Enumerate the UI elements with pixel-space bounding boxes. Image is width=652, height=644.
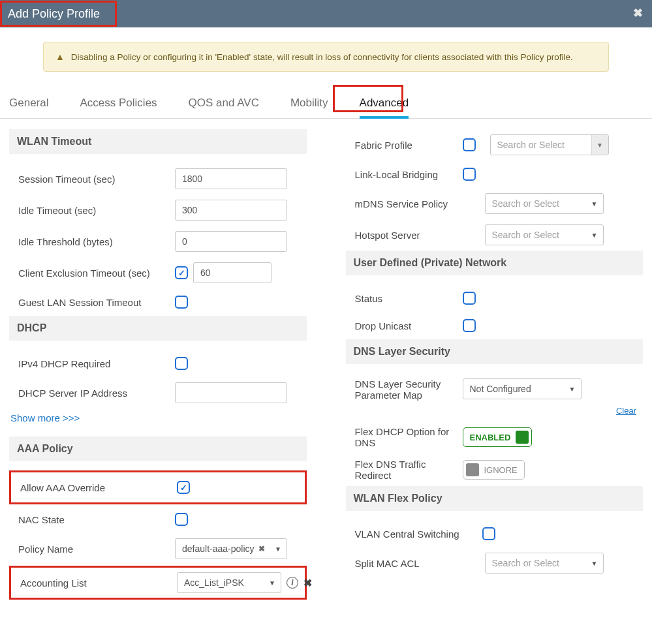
label-vlan-central-switching: VLAN Central Switching bbox=[355, 529, 482, 540]
label-split-mac-acl: Split MAC ACL bbox=[355, 558, 463, 569]
warning-text: Disabling a Policy or configuring it in … bbox=[71, 52, 573, 62]
label-drop-unicast: Drop Unicast bbox=[355, 320, 463, 331]
checkbox-udn-status[interactable] bbox=[463, 292, 476, 305]
left-column: WLAN Timeout Session Timeout (sec) Idle … bbox=[9, 129, 307, 601]
checkbox-nac-state[interactable] bbox=[175, 513, 188, 526]
tab-mobility[interactable]: Mobility bbox=[290, 93, 328, 118]
right-column: Fabric Profile Search or Select ▼ Link-L… bbox=[346, 129, 644, 601]
checkbox-fabric-profile[interactable] bbox=[463, 138, 476, 151]
highlight-accounting-list: Accounting List Acc_List_iPSK ▼ i ✖ bbox=[9, 566, 307, 600]
input-session-timeout[interactable] bbox=[175, 168, 287, 189]
chevron-down-icon: ▼ bbox=[569, 386, 576, 393]
toggle-flex-dhcp-option[interactable]: ENABLED bbox=[463, 427, 533, 447]
row-allow-aaa-override: Allow AAA Override bbox=[11, 474, 305, 501]
label-client-exclusion: Client Exclusion Timeout (sec) bbox=[18, 268, 175, 279]
checkbox-vlan-central-switching[interactable] bbox=[482, 527, 495, 540]
label-flex-dhcp-option: Flex DHCP Option for DNS bbox=[355, 426, 463, 448]
row-policy-name: Policy Name default-aaa-policy ✖ ▼ bbox=[9, 533, 307, 564]
select-fabric-profile[interactable]: Search or Select ▼ bbox=[490, 134, 609, 155]
row-drop-unicast: Drop Unicast bbox=[346, 312, 644, 339]
label-policy-name: Policy Name bbox=[18, 544, 175, 555]
select-hotspot-value: Search or Select bbox=[492, 230, 560, 240]
label-idle-timeout: Idle Timeout (sec) bbox=[18, 205, 175, 216]
link-clear-dns-param[interactable]: Clear bbox=[616, 406, 636, 416]
input-client-exclusion[interactable] bbox=[193, 262, 272, 283]
section-udn: User Defined (Private) Network bbox=[346, 251, 644, 275]
checkbox-ipv4-dhcp[interactable] bbox=[175, 357, 188, 370]
section-aaa-policy: AAA Policy bbox=[9, 437, 307, 461]
row-nac-state: NAC State bbox=[9, 506, 307, 533]
input-idle-timeout[interactable] bbox=[175, 200, 287, 221]
info-icon[interactable]: i bbox=[287, 577, 298, 589]
checkbox-client-exclusion[interactable] bbox=[175, 266, 188, 279]
content-columns: WLAN Timeout Session Timeout (sec) Idle … bbox=[0, 119, 652, 614]
tab-advanced[interactable]: Advanced bbox=[360, 93, 409, 119]
row-idle-threshold: Idle Threshold (bytes) bbox=[9, 226, 307, 257]
row-mdns-service-policy: mDNS Service Policy Search or Select ▼ bbox=[346, 188, 644, 219]
modal-header: Add Policy Profile ✖ bbox=[0, 0, 652, 27]
section-dhcp: DHCP bbox=[9, 316, 307, 341]
select-hotspot-server[interactable]: Search or Select ▼ bbox=[485, 224, 604, 245]
row-link-local-bridging: Link-Local Bridging bbox=[346, 161, 644, 188]
row-session-timeout: Session Timeout (sec) bbox=[9, 163, 307, 194]
label-dhcp-server-ip: DHCP Server IP Address bbox=[18, 388, 175, 399]
section-dns-layer-security: DNS Layer Security bbox=[346, 339, 644, 364]
select-split-mac-value: Search or Select bbox=[492, 558, 560, 568]
tab-access-policies[interactable]: Access Policies bbox=[80, 93, 157, 118]
close-icon[interactable]: ✖ bbox=[633, 6, 643, 20]
label-accounting-list: Accounting List bbox=[20, 577, 177, 589]
chevron-down-icon: ▼ bbox=[275, 545, 281, 553]
toggle-handle-icon bbox=[466, 463, 479, 476]
label-dns-param-map: DNS Layer Security Parameter Map bbox=[355, 378, 463, 401]
label-flex-dns-redirect: Flex DNS Traffic Redirect bbox=[355, 459, 463, 481]
select-dns-param-map[interactable]: Not Configured ▼ bbox=[463, 378, 582, 399]
label-udn-status: Status bbox=[355, 293, 463, 304]
section-wlan-flex-policy: WLAN Flex Policy bbox=[346, 486, 644, 511]
checkbox-allow-aaa-override[interactable] bbox=[177, 481, 190, 494]
tab-qos-avc[interactable]: QOS and AVC bbox=[189, 93, 259, 118]
chevron-down-icon: ▼ bbox=[591, 560, 598, 567]
row-dhcp-server-ip: DHCP Server IP Address bbox=[9, 377, 307, 408]
row-split-mac-acl: Split MAC ACL Search or Select ▼ bbox=[346, 547, 644, 579]
select-split-mac-acl[interactable]: Search or Select ▼ bbox=[485, 553, 604, 574]
clear-accounting-icon[interactable]: ✖ bbox=[303, 577, 312, 589]
row-ipv4-dhcp: IPv4 DHCP Required bbox=[9, 350, 307, 377]
checkbox-guest-lan[interactable] bbox=[175, 296, 188, 309]
clear-policy-name-icon[interactable]: ✖ bbox=[258, 544, 265, 553]
input-idle-threshold[interactable] bbox=[175, 231, 287, 252]
select-accounting-list[interactable]: Acc_List_iPSK ▼ bbox=[177, 572, 281, 593]
tab-general[interactable]: General bbox=[9, 93, 48, 118]
select-fabric-profile-value: Search or Select bbox=[497, 140, 565, 150]
select-policy-name[interactable]: default-aaa-policy ✖ ▼ bbox=[175, 538, 287, 559]
input-dhcp-server-ip[interactable] bbox=[175, 382, 287, 403]
highlight-allow-aaa-override: Allow AAA Override bbox=[9, 470, 307, 504]
tab-bar: General Access Policies QOS and AVC Mobi… bbox=[0, 87, 652, 119]
toggle-enabled-text: ENABLED bbox=[470, 433, 511, 442]
label-hotspot-server: Hotspot Server bbox=[355, 230, 463, 241]
row-accounting-list: Accounting List Acc_List_iPSK ▼ i ✖ bbox=[11, 569, 305, 596]
toggle-ignore-text: IGNORE bbox=[484, 465, 518, 475]
row-flex-dns-redirect: Flex DNS Traffic Redirect IGNORE bbox=[346, 453, 644, 486]
row-udn-status: Status bbox=[346, 284, 644, 312]
toggle-flex-dns-redirect[interactable]: IGNORE bbox=[463, 460, 525, 480]
checkbox-link-local-bridging[interactable] bbox=[463, 168, 476, 181]
select-dns-param-value: Not Configured bbox=[470, 384, 531, 394]
row-fabric-profile: Fabric Profile Search or Select ▼ bbox=[346, 129, 644, 161]
select-accounting-list-value: Acc_List_iPSK bbox=[184, 577, 244, 588]
modal-title: Add Policy Profile bbox=[8, 7, 100, 21]
row-vlan-central-switching: VLAN Central Switching bbox=[346, 520, 644, 547]
chevron-down-icon: ▼ bbox=[591, 135, 608, 155]
row-idle-timeout: Idle Timeout (sec) bbox=[9, 194, 307, 226]
select-mdns-service-policy[interactable]: Search or Select ▼ bbox=[485, 193, 604, 214]
label-idle-threshold: Idle Threshold (bytes) bbox=[18, 236, 175, 247]
label-session-timeout: Session Timeout (sec) bbox=[18, 174, 175, 185]
label-nac-state: NAC State bbox=[18, 514, 175, 525]
row-hotspot-server: Hotspot Server Search or Select ▼ bbox=[346, 219, 644, 251]
link-show-more[interactable]: Show more >>> bbox=[9, 408, 81, 427]
checkbox-drop-unicast[interactable] bbox=[463, 319, 476, 332]
toggle-handle-icon bbox=[516, 431, 529, 444]
select-policy-name-value: default-aaa-policy bbox=[182, 544, 255, 554]
warning-banner: ▲ Disabling a Policy or configuring it i… bbox=[43, 42, 609, 72]
label-fabric-profile: Fabric Profile bbox=[355, 140, 463, 151]
row-client-exclusion: Client Exclusion Timeout (sec) bbox=[9, 257, 307, 288]
